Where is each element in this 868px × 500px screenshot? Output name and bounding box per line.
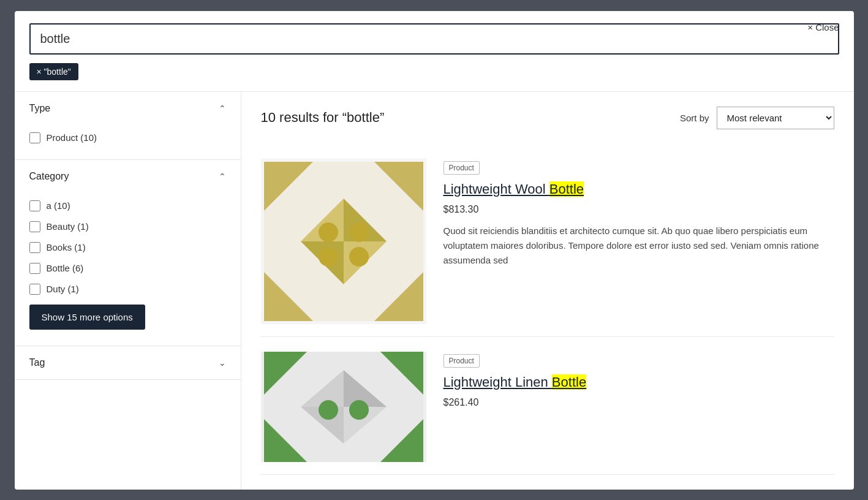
type-option-product[interactable]: Product (10) <box>29 127 226 148</box>
category-filter-options: a (10) Beauty (1) Books (1) Bottle (6) <box>15 193 241 346</box>
tag-filter-label: Tag <box>29 357 45 368</box>
product-image-2 <box>261 352 426 462</box>
svg-point-12 <box>349 247 369 267</box>
category-checkbox-bottle[interactable] <box>29 263 40 274</box>
type-filter-section: Type ⌃ Product (10) <box>15 92 241 160</box>
category-option-label-duty: Duty (1) <box>47 284 79 294</box>
tag-chevron-icon: ⌄ <box>219 358 226 368</box>
sort-by-label: Sort by <box>680 113 709 123</box>
product-title-highlight-1: Bottle <box>549 181 584 197</box>
type-checkbox-product[interactable] <box>29 132 40 143</box>
category-option-label-bottle: Bottle (6) <box>47 263 84 273</box>
category-option-a[interactable]: a (10) <box>29 195 226 216</box>
product-title-highlight-2: Bottle <box>552 374 586 390</box>
product-price-1: $813.30 <box>443 204 834 215</box>
svg-point-22 <box>319 400 338 420</box>
show-more-button[interactable]: Show 15 more options <box>29 305 145 330</box>
type-filter-label: Type <box>29 103 51 114</box>
sidebar: Type ⌃ Product (10) Category ⌃ <box>15 92 241 490</box>
type-filter-header[interactable]: Type ⌃ <box>15 92 241 125</box>
active-tag[interactable]: × "bottle" <box>29 63 78 80</box>
type-option-label: Product (10) <box>47 132 97 143</box>
category-filter-label: Category <box>29 171 69 182</box>
tag-filter-header[interactable]: Tag ⌄ <box>15 346 241 379</box>
category-option-bottle[interactable]: Bottle (6) <box>29 258 226 279</box>
category-option-label-beauty: Beauty (1) <box>47 221 89 232</box>
product-type-badge-2: Product <box>443 354 480 368</box>
category-checkbox-beauty[interactable] <box>29 221 40 232</box>
category-checkbox-a[interactable] <box>29 200 40 211</box>
content-area: Type ⌃ Product (10) Category ⌃ <box>15 91 854 490</box>
category-checkbox-duty[interactable] <box>29 284 40 295</box>
product-title-plain-2: Lightweight Linen <box>443 374 552 390</box>
close-button[interactable]: × Close <box>807 22 839 32</box>
product-title-2[interactable]: Lightweight Linen Bottle <box>443 374 834 392</box>
product-info-2: Product Lightweight Linen Bottle $261.40 <box>443 352 834 462</box>
category-option-label-a: a (10) <box>47 200 70 211</box>
svg-point-23 <box>349 400 369 420</box>
svg-point-9 <box>319 222 338 242</box>
category-chevron-icon: ⌃ <box>219 172 226 181</box>
tag-filter-section: Tag ⌄ <box>15 346 241 380</box>
sort-by-container: Sort by Most relevant Price: Low to High… <box>680 107 834 129</box>
category-checkbox-books[interactable] <box>29 242 40 253</box>
category-option-label-books: Books (1) <box>47 242 86 252</box>
product-card-2: Product Lightweight Linen Bottle $261.40 <box>261 337 834 475</box>
type-chevron-icon: ⌃ <box>219 104 226 113</box>
type-filter-options: Product (10) <box>15 125 241 159</box>
category-filter-section: Category ⌃ a (10) Beauty (1) Books (1) <box>15 160 241 346</box>
category-option-duty[interactable]: Duty (1) <box>29 279 226 300</box>
product-info-1: Product Lightweight Wool Bottle $813.30 … <box>443 159 834 324</box>
svg-point-11 <box>319 247 338 267</box>
product-title-plain-1: Lightweight Wool <box>443 181 549 197</box>
category-filter-header[interactable]: Category ⌃ <box>15 160 241 193</box>
category-option-books[interactable]: Books (1) <box>29 237 226 258</box>
product-image-1 <box>261 159 426 324</box>
product-price-2: $261.40 <box>443 397 834 408</box>
results-count: 10 results for “bottle” <box>261 110 385 126</box>
main-results: 10 results for “bottle” Sort by Most rel… <box>241 92 854 490</box>
sort-select[interactable]: Most relevant Price: Low to High Price: … <box>717 107 834 129</box>
category-option-beauty[interactable]: Beauty (1) <box>29 216 226 237</box>
product-desc-1: Quod sit reiciendis blanditiis et archit… <box>443 224 834 268</box>
search-bar-container <box>15 11 854 63</box>
product-type-badge-1: Product <box>443 161 480 175</box>
results-header: 10 results for “bottle” Sort by Most rel… <box>261 107 834 129</box>
product-card-1: Product Lightweight Wool Bottle $813.30 … <box>261 146 834 337</box>
svg-point-10 <box>349 222 369 242</box>
search-modal: × Close × "bottle" Type ⌃ Product (10) <box>15 11 854 490</box>
search-input[interactable] <box>29 23 839 55</box>
product-title-1[interactable]: Lightweight Wool Bottle <box>443 181 834 199</box>
